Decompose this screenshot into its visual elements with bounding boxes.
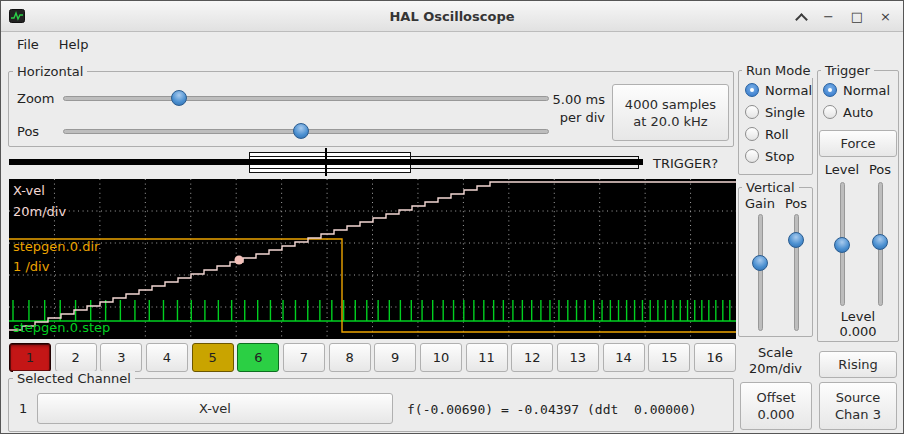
horizontal-pos-slider-handle[interactable] bbox=[293, 123, 309, 139]
minimize-button[interactable]: − bbox=[823, 10, 834, 23]
radio-label: Roll bbox=[765, 127, 789, 142]
channel-button-9[interactable]: 9 bbox=[374, 343, 416, 372]
horizontal-group-label: Horizontal bbox=[13, 64, 87, 79]
gain-label: Gain bbox=[743, 196, 777, 211]
radio-label: Normal bbox=[843, 83, 890, 98]
run-mode-options: NormalSingleRollStop bbox=[745, 79, 812, 167]
scope-label-ch5-scale: 1 /div bbox=[13, 259, 50, 274]
run-mode-radio-normal[interactable]: Normal bbox=[745, 79, 812, 101]
offset-button-value: 0.000 bbox=[757, 406, 794, 423]
scope-label-ch1-scale: 20m/div bbox=[13, 204, 66, 219]
channel-button-7[interactable]: 7 bbox=[283, 343, 325, 372]
trigger-level-caption: Level bbox=[817, 309, 899, 324]
radio-label: Stop bbox=[765, 149, 795, 164]
run-mode-group-label: Run Mode bbox=[742, 63, 814, 78]
channel-button-10[interactable]: 10 bbox=[420, 343, 462, 372]
trigger-level-label: Level bbox=[821, 162, 863, 177]
radio-icon bbox=[823, 83, 837, 97]
radio-label: Auto bbox=[843, 105, 873, 120]
time-per-div-value: 5.00 ms bbox=[539, 91, 605, 109]
channel-button-13[interactable]: 13 bbox=[557, 343, 599, 372]
trigger-source-line2: Chan 3 bbox=[835, 406, 881, 423]
channel-button-16[interactable]: 16 bbox=[694, 343, 736, 372]
trigger-edge-button[interactable]: Rising bbox=[819, 351, 897, 378]
scope-label-ch1-name: X-vel bbox=[13, 183, 45, 198]
trigger-radio-normal[interactable]: Normal bbox=[823, 79, 890, 101]
trigger-options: NormalAuto bbox=[823, 79, 890, 123]
radio-label: Normal bbox=[765, 83, 812, 98]
zoom-slider-handle[interactable] bbox=[171, 90, 187, 106]
channel-button-14[interactable]: 14 bbox=[603, 343, 645, 372]
channel-button-8[interactable]: 8 bbox=[329, 343, 371, 372]
samples-button[interactable]: 4000 samples at 20.0 kHz bbox=[612, 84, 729, 141]
scope-label-ch5-name: stepgen.0.dir bbox=[13, 239, 100, 254]
selected-channel-number: 1 bbox=[19, 401, 27, 416]
zoom-slider-track[interactable] bbox=[63, 96, 549, 101]
run-mode-radio-roll[interactable]: Roll bbox=[745, 123, 812, 145]
trigger-level-slider-handle[interactable] bbox=[834, 237, 850, 253]
channel-name-button[interactable]: X-vel bbox=[37, 393, 393, 424]
channel-button-5[interactable]: 5 bbox=[192, 343, 234, 372]
channel-button-15[interactable]: 15 bbox=[648, 343, 690, 372]
channel-row: 12345678910111213141516 bbox=[9, 343, 736, 372]
offset-button[interactable]: Offset 0.000 bbox=[740, 382, 812, 430]
samples-line1: 4000 samples bbox=[625, 96, 716, 113]
window-title: HAL Oscilloscope bbox=[1, 1, 903, 31]
channel-button-1[interactable]: 1 bbox=[9, 343, 51, 372]
run-mode-radio-single[interactable]: Single bbox=[745, 101, 812, 123]
channel-readout: f(-0.00690) = -0.04397 (ddt 0.00000) bbox=[407, 402, 697, 417]
menu-item-help[interactable]: Help bbox=[49, 34, 99, 55]
channel-button-4[interactable]: 4 bbox=[146, 343, 188, 372]
channel-button-12[interactable]: 12 bbox=[511, 343, 553, 372]
trigger-position-marker[interactable] bbox=[325, 148, 327, 176]
maximize-button[interactable]: □ bbox=[851, 10, 863, 23]
offset-button-label: Offset bbox=[756, 389, 795, 406]
scale-value: 20m/div bbox=[738, 361, 813, 376]
chevron-up-icon bbox=[797, 15, 806, 24]
run-mode-radio-stop[interactable]: Stop bbox=[745, 145, 812, 167]
vertical-group-label: Vertical bbox=[742, 180, 799, 195]
zoom-label: Zoom bbox=[17, 91, 54, 106]
scope-svg: X-vel20m/divstepgen.0.dir1 /divstepgen.0… bbox=[9, 179, 736, 339]
trigger-level-value: 0.000 bbox=[817, 324, 899, 339]
gain-slider-track[interactable] bbox=[758, 214, 763, 331]
channel-button-3[interactable]: 3 bbox=[100, 343, 142, 372]
channel-button-2[interactable]: 2 bbox=[55, 343, 97, 372]
selected-channel-group-label: Selected Channel bbox=[13, 371, 135, 386]
radio-icon bbox=[745, 105, 759, 119]
radio-icon bbox=[745, 127, 759, 141]
trigger-pos-label: Pos bbox=[863, 162, 897, 177]
force-button[interactable]: Force bbox=[819, 130, 897, 157]
channel-button-11[interactable]: 11 bbox=[466, 343, 508, 372]
channel-button-6[interactable]: 6 bbox=[237, 343, 279, 372]
radio-icon bbox=[745, 83, 759, 97]
trigger-radio-auto[interactable]: Auto bbox=[823, 101, 890, 123]
samples-line2: at 20.0 kHz bbox=[633, 113, 707, 130]
scale-caption: Scale bbox=[738, 345, 813, 360]
radio-label: Single bbox=[765, 105, 805, 120]
trigger-source-button[interactable]: Source Chan 3 bbox=[819, 382, 897, 430]
trigger-pos-slider-handle[interactable] bbox=[872, 234, 888, 250]
trigger-question-label: TRIGGER? bbox=[653, 156, 718, 171]
time-per-div-units: per div bbox=[539, 109, 605, 127]
trigger-source-line1: Source bbox=[836, 389, 881, 406]
vertical-pos-slider-handle[interactable] bbox=[788, 232, 804, 248]
scope-label-ch6-name: stepgen.0.step bbox=[13, 320, 110, 335]
hal-oscilloscope-window: HAL Oscilloscope − □ × FileHelp Horizont… bbox=[0, 0, 904, 434]
vertical-pos-label: Pos bbox=[781, 196, 811, 211]
horizontal-pos-label: Pos bbox=[17, 124, 39, 139]
window-titlebar[interactable]: HAL Oscilloscope − □ × bbox=[1, 1, 903, 32]
menu-item-file[interactable]: File bbox=[7, 34, 49, 55]
shade-button[interactable] bbox=[797, 10, 806, 23]
radio-icon bbox=[823, 105, 837, 119]
time-per-div-readout: 5.00 ms per div bbox=[539, 91, 605, 127]
menu-bar: FileHelp bbox=[1, 31, 903, 57]
trigger-group-label: Trigger bbox=[821, 63, 874, 78]
gain-slider-handle[interactable] bbox=[752, 255, 768, 271]
scope-display: X-vel20m/divstepgen.0.dir1 /divstepgen.0… bbox=[9, 179, 736, 339]
close-button[interactable]: × bbox=[880, 10, 891, 23]
radio-icon bbox=[745, 149, 759, 163]
